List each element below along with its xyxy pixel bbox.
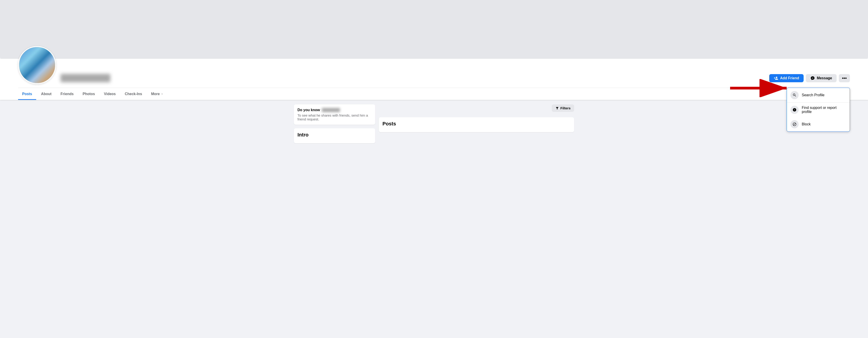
search-profile-label: Search Profile [802,93,825,97]
posts-top-row: Filters [379,104,574,112]
tab-videos[interactable]: Videos [100,89,120,100]
posts-title: Posts [382,121,570,127]
filter-icon [555,106,559,110]
intro-title: Intro [298,132,372,138]
profile-actions: Add Friend Message ••• [769,74,850,82]
profile-section: Add Friend Message ••• [0,59,868,100]
filters-button[interactable]: Filters [552,104,574,112]
right-column: Filters Posts [379,104,574,143]
tab-checkins[interactable]: Check-Ins [121,89,146,100]
add-friend-icon [774,76,778,80]
do-you-know-title: Do you know [298,108,372,112]
dropdown-menu: Search Profile Find support or report pr… [786,88,850,132]
blurred-name [61,74,110,82]
tab-more[interactable]: More [147,89,167,100]
left-column: Do you know To see what he shares with f… [294,104,375,143]
report-icon-wrapper [790,106,799,114]
block-item[interactable]: Block [787,117,850,132]
report-icon [793,108,797,112]
tab-friends[interactable]: Friends [57,89,78,100]
cover-photo [0,0,868,59]
profile-info: Add Friend Message ••• [61,74,850,84]
search-icon-wrapper [790,91,799,99]
add-friend-button[interactable]: Add Friend [769,74,804,82]
avatar-image [19,47,55,83]
tab-about[interactable]: About [37,89,56,100]
avatar [18,46,56,84]
do-you-know-card: Do you know To see what he shares with f… [294,104,375,125]
profile-nav: Posts About Friends Photos Videos Check-… [18,88,850,100]
tab-posts[interactable]: Posts [18,89,36,100]
more-options-button[interactable]: ••• [839,74,850,82]
tab-photos[interactable]: Photos [79,89,99,100]
messenger-icon [810,76,815,80]
more-button-container: ••• [839,74,850,82]
message-button[interactable]: Message [806,74,837,82]
profile-name [61,74,110,82]
intro-card: Intro [294,128,375,143]
find-support-item[interactable]: Find support or report profile [787,103,850,117]
block-user-icon [793,122,797,126]
block-icon-wrapper [790,120,799,128]
blurred-name-small [322,108,340,112]
do-you-know-subtitle: To see what he shares with friends, send… [298,113,372,121]
profile-top: Add Friend Message ••• [18,59,850,88]
posts-card: Posts [379,117,574,132]
chevron-down-icon [161,93,163,95]
search-icon [793,93,797,97]
block-label: Block [802,122,811,126]
search-profile-item[interactable]: Search Profile [787,88,850,103]
find-support-label: Find support or report profile [802,106,846,114]
main-content: Do you know To see what he shares with f… [276,104,592,143]
